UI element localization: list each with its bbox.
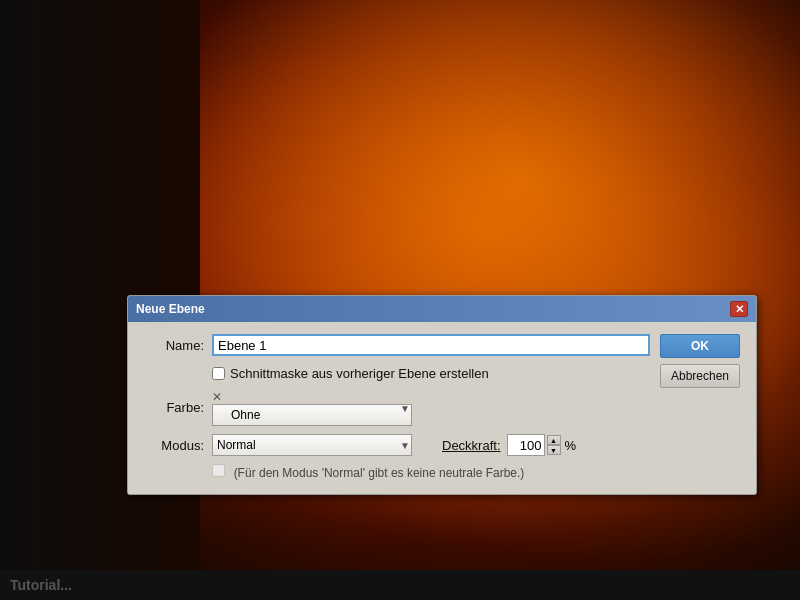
schnittmaske-checkbox[interactable]	[212, 367, 225, 380]
farbe-label: Farbe:	[144, 400, 204, 415]
deckkraft-label: Deckkraft:	[442, 438, 501, 453]
farbe-row: Farbe: ✕ Ohne Rot Orange Gelb Grün Blau …	[144, 389, 650, 426]
farbe-select-wrapper: ✕ Ohne Rot Orange Gelb Grün Blau Violett…	[212, 389, 412, 426]
dialog-title: Neue Ebene	[136, 302, 205, 316]
modus-label: Modus:	[144, 438, 204, 453]
neue-ebene-dialog: Neue Ebene ✕ Name: Schnittmaske aus vorh…	[127, 295, 757, 495]
name-label: Name:	[144, 338, 204, 353]
note-row: (Für den Modus 'Normal' gibt es keine ne…	[212, 464, 650, 480]
dialog-buttons: OK Abbrechen	[660, 334, 740, 388]
note-text: (Für den Modus 'Normal' gibt es keine ne…	[234, 466, 525, 480]
schnittmaske-row: Schnittmaske aus vorheriger Ebene erstel…	[212, 366, 650, 381]
cancel-button[interactable]: Abbrechen	[660, 364, 740, 388]
name-row: Name:	[144, 334, 650, 356]
dialog-titlebar: Neue Ebene ✕	[128, 296, 756, 322]
ok-button[interactable]: OK	[660, 334, 740, 358]
name-input[interactable]	[212, 334, 650, 356]
farbe-select[interactable]: Ohne Rot Orange Gelb Grün Blau Violett G…	[212, 404, 412, 426]
deckkraft-input[interactable]	[507, 434, 545, 456]
deckkraft-decrement[interactable]: ▼	[547, 445, 561, 455]
modus-select[interactable]: Normal Multiplizieren Bildschirm Überlag…	[212, 434, 412, 456]
farbe-x-icon: ✕	[212, 390, 222, 404]
modus-row: Modus: Normal Multiplizieren Bildschirm …	[144, 434, 650, 456]
deckkraft-stepper: ▲ ▼	[547, 435, 561, 455]
close-button[interactable]: ✕	[730, 301, 748, 317]
dialog-body: Name: Schnittmaske aus vorheriger Ebene …	[128, 322, 756, 494]
note-checkbox[interactable]	[212, 464, 225, 477]
name-section: Name: Schnittmaske aus vorheriger Ebene …	[144, 334, 740, 480]
deckkraft-section: Deckkraft: ▲ ▼ %	[442, 434, 576, 456]
bottom-bar-text: Tutorial...	[10, 577, 72, 593]
modus-select-wrapper: Normal Multiplizieren Bildschirm Überlag…	[212, 434, 412, 456]
schnittmaske-label: Schnittmaske aus vorheriger Ebene erstel…	[230, 366, 489, 381]
bottom-bar: Tutorial...	[0, 570, 800, 600]
deckkraft-unit: %	[565, 438, 577, 453]
deckkraft-increment[interactable]: ▲	[547, 435, 561, 445]
